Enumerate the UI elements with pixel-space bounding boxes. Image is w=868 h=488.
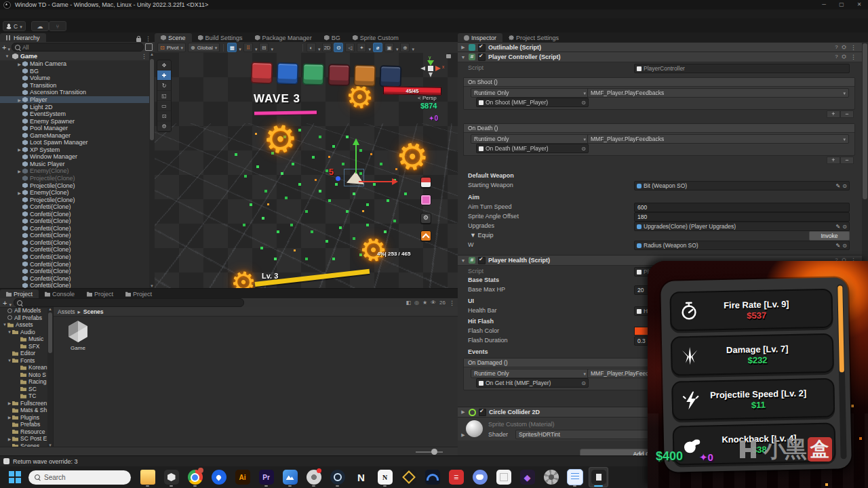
foldout-arrow[interactable]: ▼: [2, 323, 7, 327]
folder-tree-item[interactable]: ▼ Fonts: [0, 357, 47, 365]
premiere[interactable]: Pr: [256, 467, 276, 487]
breadcrumb-root[interactable]: Assets: [58, 308, 75, 315]
material-preview-sphere[interactable]: [466, 420, 483, 437]
preset-icon[interactable]: ⛭: [842, 54, 846, 60]
equip-foldout[interactable]: ▼ Equip: [470, 232, 493, 239]
chevron-down-icon[interactable]: [412, 41, 414, 54]
foldout-arrow[interactable]: ▼: [4, 54, 10, 58]
photos[interactable]: [280, 467, 300, 487]
edit-icon[interactable]: [836, 183, 841, 189]
enabled-checkbox[interactable]: [478, 257, 486, 264]
enabled-checkbox[interactable]: [478, 54, 486, 61]
folder-tree-item[interactable]: TC: [0, 392, 47, 400]
scene-view-tab[interactable]: Package Manager: [249, 33, 318, 42]
event-mode-dropdown[interactable]: Runtime Only: [471, 369, 589, 378]
discord[interactable]: [470, 467, 490, 487]
maximize-button[interactable]: ▢: [833, 0, 850, 9]
hierarchy-item[interactable]: ▶ XP System: [0, 146, 149, 154]
event-mode-dropdown[interactable]: Runtime Only: [471, 88, 589, 98]
hierarchy-item[interactable]: Projectile(Clone): [0, 182, 149, 189]
foldout-arrow[interactable]: ▶: [7, 415, 12, 420]
hierarchy-item[interactable]: Projectile(Clone): [0, 196, 149, 203]
upgrade-damage-button[interactable]: Damage [Lv. 7] $232: [671, 333, 834, 376]
gem-app[interactable]: [517, 467, 537, 487]
hierarchy-item[interactable]: EventSystem: [0, 110, 149, 118]
search-by-label-icon[interactable]: ◎: [414, 300, 419, 306]
diamond-app[interactable]: [399, 467, 418, 487]
hierarchy-item[interactable]: Confetti(Clone): [0, 282, 149, 288]
hierarchy-item[interactable]: Confetti(Clone): [0, 239, 149, 247]
hierarchy-scrollbar[interactable]: ▲ ▼: [149, 52, 155, 288]
upgrade-fire-rate-button[interactable]: Fire Rate [Lv. 9] $537: [669, 289, 833, 331]
scene-asset-item[interactable]: Game: [63, 319, 93, 351]
foldout-arrow[interactable]: ▶: [7, 436, 12, 441]
kebab-menu-icon[interactable]: ⋮: [145, 35, 151, 42]
foldout-arrow[interactable]: ▼: [460, 258, 466, 263]
lighting-toggle-button[interactable]: ʘ: [334, 43, 343, 52]
foldout-arrow[interactable]: ▶: [16, 98, 22, 102]
folder-tree-item[interactable]: ▶ Plugins: [0, 414, 47, 422]
move-gizmo-x-arrow[interactable]: [392, 178, 398, 185]
kebab-menu-icon[interactable]: ⋮: [850, 44, 856, 51]
steam[interactable]: [328, 467, 347, 487]
invoke-button[interactable]: Invoke: [809, 231, 850, 241]
cloud-button[interactable]: [31, 21, 49, 31]
hud-button-blue[interactable]: [277, 62, 299, 85]
object-picker-icon[interactable]: [581, 100, 586, 106]
foldout-arrow[interactable]: ▼: [7, 330, 12, 334]
hud-button-green[interactable]: [302, 63, 325, 85]
folder-tree-item[interactable]: SC: [0, 386, 47, 393]
unity-editor-window[interactable]: [589, 467, 608, 487]
hidden-packages-icon[interactable]: 👁: [431, 300, 436, 306]
event-callback-dropdown[interactable]: MMF_Player.PlayFeedbacks: [587, 134, 849, 144]
hud-button-maroon[interactable]: [328, 64, 351, 86]
foldout-arrow[interactable]: ▼: [460, 55, 466, 60]
folder-tree-item[interactable]: All Models: [0, 307, 47, 314]
edit-icon[interactable]: [836, 243, 841, 249]
kebab-menu-icon[interactable]: ⋮: [449, 300, 455, 306]
transform-tool[interactable]: ⊡: [157, 111, 171, 121]
notepad-app[interactable]: [565, 467, 585, 487]
project-panel-tab[interactable]: Project: [119, 289, 158, 298]
move-gizmo-x[interactable]: [359, 181, 393, 182]
hierarchy-item[interactable]: ▶ Enemy(Clone): [0, 167, 149, 175]
event-target-field[interactable]: On Shoot (MMF_Player): [476, 98, 589, 107]
hud-button-orange[interactable]: [354, 64, 376, 87]
arc-browser[interactable]: [422, 467, 442, 487]
folder-tree-item[interactable]: All Prefabs: [0, 314, 47, 322]
hierarchy-item[interactable]: Confetti(Clone): [0, 225, 149, 232]
hierarchy-item[interactable]: Volume: [0, 75, 149, 82]
perspective-label[interactable]: < Persp: [418, 95, 437, 101]
hierarchy-item[interactable]: ▶ Player: [0, 96, 149, 104]
hierarchy-tab[interactable]: Hierarchy: [0, 33, 46, 42]
foldout-arrow[interactable]: ▶: [460, 45, 466, 50]
hierarchy-item[interactable]: ▶ Main Camera: [0, 60, 149, 68]
folder-tree-item[interactable]: Korean: [0, 364, 47, 371]
hierarchy-item[interactable]: BG: [0, 68, 149, 75]
hierarchy-item[interactable]: Enemy Spawner: [0, 117, 149, 125]
event-target-field[interactable]: On Death (MMF_Player): [476, 144, 589, 153]
foldout-arrow[interactable]: ▶: [460, 432, 466, 438]
upgrade-projectile-speed-button[interactable]: Projectile Speed [Lv. 2] $11: [671, 378, 835, 421]
pan-tool[interactable]: ✥: [157, 60, 171, 70]
hierarchy-item[interactable]: Light 2D: [0, 103, 149, 110]
snap-grid-button[interactable]: ▦: [227, 43, 237, 52]
hierarchy-item[interactable]: ▶ Enemy(Clone): [0, 189, 149, 197]
event-add-button[interactable]: +: [827, 110, 840, 118]
rect-tool[interactable]: ▭: [157, 101, 171, 111]
camera-settings-button[interactable]: ▣: [384, 43, 394, 52]
scroll-up-arrow[interactable]: ▲: [47, 307, 53, 311]
2d-toggle-button[interactable]: 2D: [322, 43, 332, 52]
component-header-player-controller[interactable]: ▼ Player Controller (Script) ?⛭⋮: [458, 52, 862, 62]
folder-tree-item[interactable]: Mats & Sh: [0, 407, 47, 414]
rotate-tool[interactable]: ↻: [157, 81, 171, 91]
kebab-menu-icon[interactable]: ⋮: [141, 53, 149, 60]
help-icon[interactable]: ?: [835, 44, 837, 51]
red-app[interactable]: [446, 467, 466, 487]
foldout-arrow[interactable]: ▼: [7, 359, 12, 363]
event-target-field[interactable]: On Get Hit (MMF_Player): [476, 378, 589, 388]
pivot-dropdown[interactable]: ⊡Pivot: [157, 43, 186, 52]
event-remove-button[interactable]: −: [840, 110, 854, 118]
hierarchy-item[interactable]: Confetti(Clone): [0, 246, 149, 253]
hud-button-navy[interactable]: [380, 65, 402, 87]
